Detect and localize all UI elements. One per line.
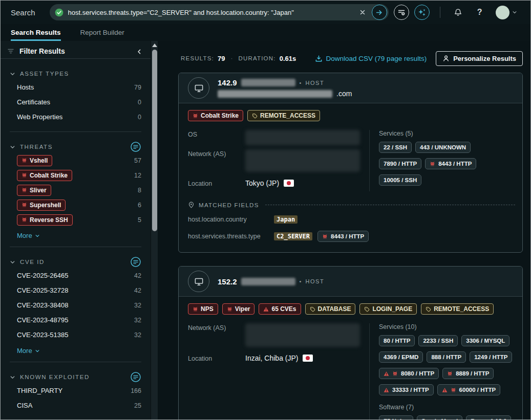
- cve-item[interactable]: CVE-2025-32728 42: [10, 283, 141, 298]
- tag-label: REMOTE_ACCESS: [434, 305, 489, 313]
- services-panel: Services (10) 80 / HTTP 2233 / SSH 3306 …: [379, 323, 515, 419]
- network-label: Network (AS): [188, 323, 245, 347]
- threat-item-sliver[interactable]: Sliver 8: [10, 183, 141, 197]
- chevron-down-icon: [35, 233, 40, 238]
- item-count: 42: [134, 287, 141, 294]
- scrollbar-thumb[interactable]: [152, 50, 157, 231]
- cve-label: CVE-2025-26465: [17, 272, 134, 279]
- service-chip[interactable]: 80 / HTTP: [379, 335, 415, 346]
- item-label: Hosts: [17, 83, 134, 91]
- section-header[interactable]: THREATS: [10, 141, 141, 153]
- item-count: 166: [131, 387, 141, 394]
- section-header[interactable]: ASSET TYPES: [10, 68, 141, 80]
- location-value: Inzai, Chiba (JP): [245, 354, 298, 362]
- host-result-card: 152.2 • HOST NPS Viper 65 CVEs DATABASE …: [178, 266, 523, 419]
- separator-dot: ·: [230, 55, 232, 62]
- ai-assist-button[interactable]: [414, 5, 430, 20]
- item-count: 32: [134, 317, 141, 324]
- clear-search-icon[interactable]: [357, 7, 368, 18]
- host-ip-link[interactable]: 152.2: [218, 277, 237, 286]
- software-chip[interactable]: Oracle Mysql: [417, 415, 463, 419]
- label-tag-remote-access[interactable]: REMOTE_ACCESS: [247, 110, 320, 121]
- account-menu[interactable]: [496, 6, 517, 19]
- download-csv-link[interactable]: Download CSV (79 page results): [315, 55, 427, 62]
- label-tag-database[interactable]: DATABASE: [305, 303, 356, 315]
- help-button[interactable]: ?: [471, 5, 488, 20]
- warning-triangle-icon: [263, 306, 269, 312]
- tag-label: LOGIN_PAGE: [372, 305, 412, 313]
- cve-item[interactable]: CVE-2023-48795 32: [10, 313, 141, 327]
- service-chip[interactable]: 2233 / SSH: [418, 335, 458, 346]
- service-chip-threat[interactable]: 8443 / HTTP: [425, 158, 476, 169]
- service-chip-threat[interactable]: 8443 / HTTP: [317, 231, 369, 242]
- more-threats-link[interactable]: More: [17, 232, 141, 239]
- service-chip[interactable]: 443 / UNKNOWN: [415, 142, 471, 153]
- threat-tag-cobalt-strike[interactable]: Cobalt Strike: [188, 110, 243, 121]
- service-chip[interactable]: 4369 / EPMD: [379, 351, 423, 363]
- service-chip-threat[interactable]: 8080 / HTTP: [379, 368, 439, 379]
- host-ip-link[interactable]: 142.9: [218, 78, 237, 87]
- chevron-down-icon: [10, 374, 15, 380]
- generate-report-icon[interactable]: [130, 371, 141, 383]
- download-label: Download CSV (79 page results): [326, 55, 427, 62]
- avatar[interactable]: [496, 6, 509, 19]
- sidebar-item-certificates[interactable]: Certificates 0: [10, 95, 141, 109]
- service-chip[interactable]: 3306 / MYSQL: [461, 335, 509, 346]
- service-chip-threat[interactable]: 60000 / HTTP: [437, 384, 501, 395]
- matched-row: host.location.country Japan: [188, 214, 515, 225]
- tab-search-results[interactable]: Search Results: [11, 24, 61, 41]
- service-chip[interactable]: 1249 / HTTP: [470, 351, 512, 363]
- software-label: F5 Nginx: [384, 418, 409, 419]
- service-chip[interactable]: 10005 / SSH: [379, 174, 421, 186]
- sidebar-item-web-properties[interactable]: Web Properties 0: [10, 109, 141, 124]
- service-chip[interactable]: 888 / HTTP: [427, 351, 466, 363]
- label-tag-remote-access[interactable]: REMOTE_ACCESS: [421, 303, 494, 315]
- service-chip[interactable]: 7890 / HTTP: [379, 158, 421, 169]
- exploited-item-third-party[interactable]: THIRD_PARTY 166: [10, 383, 141, 398]
- cve-item[interactable]: CVE-2023-51385 32: [10, 327, 141, 342]
- threat-robot-icon: [447, 371, 453, 377]
- section-header[interactable]: KNOWN EXPLOITED: [10, 371, 141, 383]
- cve-count-tag[interactable]: 65 CVEs: [259, 303, 301, 315]
- sidebar-scrollbar[interactable]: [151, 41, 158, 419]
- personalize-results-button[interactable]: Personalize Results: [436, 51, 523, 66]
- generate-report-icon[interactable]: [130, 256, 141, 268]
- scroll-up-arrow[interactable]: [152, 43, 157, 47]
- threat-item-supershell[interactable]: Supershell 6: [10, 197, 141, 212]
- service-chip[interactable]: 22 / SSH: [379, 142, 412, 153]
- collapse-sidebar-icon[interactable]: [136, 47, 142, 56]
- app-window: Search ? Search Results Report Builder F…: [0, 0, 531, 420]
- software-chip[interactable]: Beego 1.12.0: [466, 415, 511, 419]
- threat-label: Reverse SSH: [30, 216, 68, 224]
- section-header[interactable]: CVE ID: [10, 256, 141, 268]
- cve-item[interactable]: CVE-2025-26465 42: [10, 268, 141, 283]
- threat-item-vshell[interactable]: Vshell 57: [10, 153, 141, 168]
- host-card-header: 142.9 • HOST .com: [179, 73, 522, 103]
- generate-report-icon[interactable]: [130, 141, 141, 152]
- chevron-down-icon: [10, 259, 15, 265]
- sidebar-item-hosts[interactable]: Hosts 79: [10, 80, 141, 95]
- search-bar[interactable]: [50, 4, 389, 20]
- threat-item-reverse-ssh[interactable]: Reverse SSH 5: [10, 212, 141, 227]
- cve-item[interactable]: CVE-2023-38408 32: [10, 298, 141, 313]
- item-count: 0: [138, 99, 141, 106]
- threat-tag-nps[interactable]: NPS: [188, 303, 218, 315]
- filter-results-header: Filter Results: [1, 44, 151, 59]
- search-input[interactable]: [68, 9, 352, 16]
- tag-label: Viper: [235, 305, 250, 313]
- threat-tag-viper[interactable]: Viper: [222, 303, 255, 315]
- notifications-bell-icon[interactable]: [450, 5, 467, 20]
- service-chip-threat[interactable]: 33333 / HTTP: [379, 384, 434, 395]
- service-chip-threat[interactable]: 8889 / HTTP: [442, 368, 494, 379]
- more-cves-link[interactable]: More: [17, 347, 141, 355]
- query-builder-button[interactable]: [394, 5, 409, 20]
- submit-search-button[interactable]: [372, 5, 387, 20]
- label-tag-login-page[interactable]: LOGIN_PAGE: [359, 303, 417, 315]
- exploited-item-cisa[interactable]: CISA 25: [10, 398, 141, 413]
- threat-robot-icon: [227, 306, 232, 312]
- software-chip[interactable]: F5 Nginx: [379, 415, 413, 419]
- tab-report-builder[interactable]: Report Builder: [80, 24, 124, 41]
- threat-item-cobalt-strike[interactable]: Cobalt Strike 12: [10, 168, 141, 183]
- host-type-label: HOST: [305, 278, 324, 284]
- bullet: •: [300, 278, 302, 284]
